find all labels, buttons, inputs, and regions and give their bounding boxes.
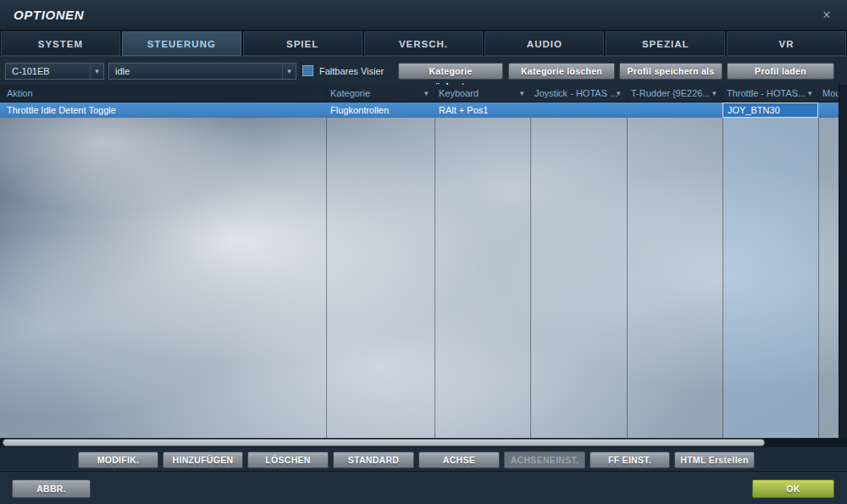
horizontal-scrollbar[interactable] <box>0 438 847 447</box>
chevron-down-icon[interactable]: ▾ <box>90 64 103 79</box>
tab-spiel[interactable]: SPIEL <box>243 31 363 56</box>
column-header-throttle[interactable]: Throttle - HOTAS... <box>727 85 805 102</box>
sky-background <box>0 85 847 438</box>
title-bar: OPTIONEN × <box>0 0 847 30</box>
column-separator <box>722 85 723 438</box>
sort-caret-icon[interactable]: ▾ <box>617 85 621 102</box>
ok-button[interactable]: OK <box>752 479 834 498</box>
tab-vr[interactable]: VR <box>727 31 846 56</box>
column-header-keyboard[interactable]: Keyboard <box>439 85 479 102</box>
make-html-button[interactable]: HTML Erstellen <box>674 451 755 468</box>
column-separator <box>818 85 819 438</box>
column-header-kategorie[interactable]: Kategorie <box>330 85 370 102</box>
aircraft-select[interactable]: C-101EB ▾ <box>5 63 104 80</box>
save-profile-as-button[interactable]: Profil speichern als <box>619 63 722 80</box>
reset-category-button[interactable]: Kategorie zurücksetzen <box>398 63 503 80</box>
column-separator <box>627 85 628 438</box>
close-icon[interactable]: × <box>818 7 835 24</box>
table-header: Aktion Kategorie Keyboard Joystick - HOT… <box>0 85 847 102</box>
cell-kategorie[interactable]: Flugkontrollen <box>330 102 389 118</box>
axis-settings-button: ACHSENEINST. <box>504 451 585 468</box>
chevron-down-icon[interactable]: ▾ <box>282 64 296 79</box>
horizontal-scrollbar-thumb[interactable] <box>3 439 765 446</box>
column-header-aktion[interactable]: Aktion <box>7 85 33 102</box>
foldable-visor-checkbox[interactable] <box>302 65 313 76</box>
table-row[interactable]: Throttle Idle Detent Toggle Flugkontroll… <box>0 102 839 118</box>
vertical-scrollbar[interactable] <box>839 85 847 438</box>
sort-caret-icon[interactable]: ▾ <box>424 85 429 102</box>
selected-column-highlight <box>722 102 818 438</box>
add-button[interactable]: HINZUFÜGEN <box>163 451 243 468</box>
column-separator <box>530 85 531 438</box>
toolbar: C-101EB ▾ idle ▾ Faltbares Visier Katego… <box>0 56 847 85</box>
sort-caret-icon[interactable]: ▾ <box>808 85 812 102</box>
options-dialog: OPTIONEN × SYSTEM STEUERUNG SPIEL VERSCH… <box>0 0 847 504</box>
tab-audio[interactable]: AUDIO <box>484 31 604 56</box>
cell-keyboard[interactable]: RAlt + Pos1 <box>439 102 488 118</box>
axis-button[interactable]: ACHSE <box>418 451 500 468</box>
ff-settings-button[interactable]: FF EINST. <box>590 451 670 468</box>
bindings-table: Aktion Kategorie Keyboard Joystick - HOT… <box>0 85 847 438</box>
filter-select[interactable]: idle ▾ <box>108 63 296 80</box>
foldable-visor-label: Faltbares Visier <box>319 63 384 80</box>
load-profile-button[interactable]: Profil laden <box>727 63 834 80</box>
action-bar: MODIFIK. HINZUFÜGEN LÖSCHEN STANDARD ACH… <box>0 447 847 471</box>
cell-throttle-value: JOY_BTN30 <box>723 103 817 117</box>
clear-category-button[interactable]: Kategorie löschen <box>508 63 615 80</box>
tab-system[interactable]: SYSTEM <box>1 31 120 56</box>
page-title: OPTIONEN <box>14 0 84 30</box>
column-header-t-rudder[interactable]: T-Rudder {9E226... <box>631 85 711 102</box>
delete-button[interactable]: LÖSCHEN <box>247 451 329 468</box>
cell-throttle-selected[interactable]: JOY_BTN30 <box>722 102 818 118</box>
column-separator <box>435 85 435 438</box>
modifiers-button[interactable]: MODIFIK. <box>78 451 158 468</box>
tab-bar: SYSTEM STEUERUNG SPIEL VERSCH. AUDIO SPE… <box>0 30 847 56</box>
aircraft-select-value: C-101EB <box>12 66 50 76</box>
column-separator <box>326 85 327 438</box>
sort-caret-icon[interactable]: ▾ <box>520 85 524 102</box>
tab-spezial[interactable]: SPEZIAL <box>606 31 725 56</box>
tab-steuerung[interactable]: STEUERUNG <box>122 31 241 56</box>
tab-versch[interactable]: VERSCH. <box>364 31 484 56</box>
column-header-joystick[interactable]: Joystick - HOTAS ... <box>534 85 617 102</box>
default-button[interactable]: STANDARD <box>333 451 414 468</box>
filter-select-value: idle <box>115 66 130 76</box>
cancel-button[interactable]: ABBR. <box>12 479 91 498</box>
cell-aktion[interactable]: Throttle Idle Detent Toggle <box>7 102 116 118</box>
footer: ABBR. OK <box>0 471 847 504</box>
sort-caret-icon[interactable]: ▾ <box>712 85 717 102</box>
